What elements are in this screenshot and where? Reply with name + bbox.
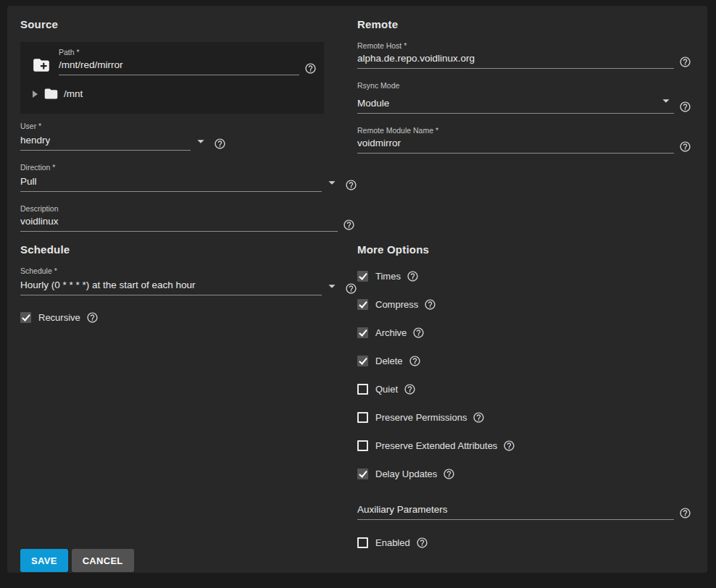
preserve-permissions-checkbox-row[interactable]: Preserve Permissions [357, 411, 693, 424]
help-icon[interactable] [407, 270, 419, 282]
delete-checkbox[interactable] [357, 356, 368, 366]
path-field-wrap: Path * /mnt/red/mirror [59, 49, 317, 75]
description-input[interactable]: voidlinux [20, 216, 338, 232]
aux-params-placeholder: Auxiliary Parameters [357, 504, 448, 515]
options-list: Times Compress Archive [357, 270, 693, 480]
help-icon[interactable] [473, 411, 485, 424]
help-icon[interactable] [424, 298, 436, 311]
folder-plus-icon[interactable] [32, 56, 51, 75]
recursive-label: Recursive [38, 312, 80, 323]
remote-title: Remote [357, 19, 693, 30]
section-schedule: Schedule Schedule * Hourly (0 * * * *) a… [20, 232, 357, 324]
preserve-permissions-checkbox[interactable] [357, 412, 368, 423]
direction-label: Direction * [20, 164, 357, 172]
path-input[interactable]: /mnt/red/mirror [59, 59, 299, 75]
delay-updates-checkbox[interactable] [357, 469, 368, 479]
user-field: User * hendry [20, 122, 357, 151]
archive-checkbox[interactable] [357, 327, 368, 338]
description-label: Description [20, 205, 357, 213]
direction-field: Direction * Pull [20, 164, 357, 192]
help-icon[interactable] [409, 355, 421, 367]
remote-module-field: Remote Module Name * voidmirror [357, 127, 693, 154]
schedule-title: Schedule [20, 244, 357, 256]
remote-module-label: Remote Module Name * [357, 127, 693, 135]
form-actions: SAVE CANCEL [20, 549, 693, 572]
expander-icon[interactable] [33, 91, 38, 98]
user-label: User * [20, 122, 357, 130]
remote-host-field: Remote Host * alpha.de.repo.voidlinux.or… [357, 42, 693, 69]
rsync-task-form: Source Path * /mnt/red/mirror [7, 6, 707, 573]
help-icon[interactable] [343, 219, 355, 231]
help-icon[interactable] [86, 311, 99, 324]
schedule-field: Schedule * Hourly (0 * * * *) at the sta… [20, 267, 357, 295]
help-icon[interactable] [345, 282, 357, 295]
chevron-down-icon[interactable] [658, 93, 674, 109]
recursive-checkbox[interactable] [20, 312, 31, 323]
description-field: Description voidlinux [20, 205, 357, 232]
path-row: Path * /mnt/red/mirror [32, 49, 324, 75]
tree-node-mnt[interactable]: /mnt [32, 86, 324, 101]
folder-icon [43, 86, 59, 101]
help-icon[interactable] [214, 138, 226, 150]
chevron-down-icon[interactable] [324, 175, 340, 190]
help-icon[interactable] [416, 537, 428, 549]
source-title: Source [20, 19, 357, 30]
compress-checkbox-row[interactable]: Compress [357, 298, 693, 311]
form-grid: Source Path * /mnt/red/mirror [20, 13, 693, 549]
chevron-down-icon[interactable] [324, 278, 340, 294]
tree-node-label: /mnt [64, 88, 83, 99]
section-source: Source Path * /mnt/red/mirror [20, 13, 357, 232]
remote-module-input[interactable]: voidmirror [357, 138, 674, 154]
help-icon[interactable] [679, 101, 691, 113]
help-icon[interactable] [679, 140, 691, 153]
times-checkbox[interactable] [357, 271, 368, 282]
rsync-mode-select[interactable]: Module [357, 93, 674, 114]
more-options-title: More Options [357, 244, 693, 256]
help-icon[interactable] [503, 440, 515, 452]
direction-select[interactable]: Pull [20, 176, 322, 192]
delay-updates-checkbox-row[interactable]: Delay Updates [357, 468, 693, 480]
user-select[interactable]: hendry [20, 135, 191, 151]
preserve-extended-attributes-checkbox[interactable] [357, 440, 368, 451]
archive-checkbox-row[interactable]: Archive [357, 327, 693, 339]
help-icon[interactable] [304, 62, 317, 75]
help-icon[interactable] [679, 56, 691, 68]
help-icon[interactable] [412, 327, 425, 339]
help-icon[interactable] [404, 383, 416, 395]
path-field: Path * /mnt/red/mirror [59, 49, 317, 75]
path-label: Path * [59, 49, 317, 56]
section-remote: Remote Remote Host * alpha.de.repo.voidl… [357, 13, 693, 154]
preserve-extended-attributes-checkbox-row[interactable]: Preserve Extended Attributes [357, 440, 693, 452]
enabled-label: Enabled [375, 537, 410, 548]
delete-checkbox-row[interactable]: Delete [357, 355, 693, 367]
help-icon[interactable] [679, 507, 691, 519]
quiet-checkbox-row[interactable]: Quiet [357, 383, 693, 395]
recursive-checkbox-row[interactable]: Recursive [20, 311, 357, 324]
section-more-options: More Options Times Compress [357, 232, 693, 549]
schedule-select[interactable]: Hourly (0 * * * *) at the start of each … [20, 280, 322, 295]
cancel-button[interactable]: CANCEL [72, 549, 134, 572]
remote-host-label: Remote Host * [357, 42, 693, 50]
enabled-checkbox-row[interactable]: Enabled [357, 537, 693, 549]
enabled-checkbox[interactable] [357, 537, 368, 548]
times-checkbox-row[interactable]: Times [357, 270, 693, 282]
remote-host-input[interactable]: alpha.de.repo.voidlinux.org [357, 53, 674, 69]
schedule-label: Schedule * [20, 267, 357, 275]
aux-params-input[interactable]: Auxiliary Parameters [357, 504, 674, 520]
help-icon[interactable] [443, 468, 455, 480]
chevron-down-icon[interactable] [193, 133, 209, 149]
rsync-mode-label: Rsync Mode [357, 82, 693, 90]
save-button[interactable]: SAVE [20, 549, 68, 572]
quiet-checkbox[interactable] [357, 384, 368, 395]
path-explorer: Path * /mnt/red/mirror [20, 42, 324, 114]
rsync-mode-field: Rsync Mode Module [357, 82, 693, 114]
aux-params-field: Auxiliary Parameters [357, 504, 693, 520]
compress-checkbox[interactable] [357, 299, 368, 310]
help-icon[interactable] [345, 179, 357, 191]
